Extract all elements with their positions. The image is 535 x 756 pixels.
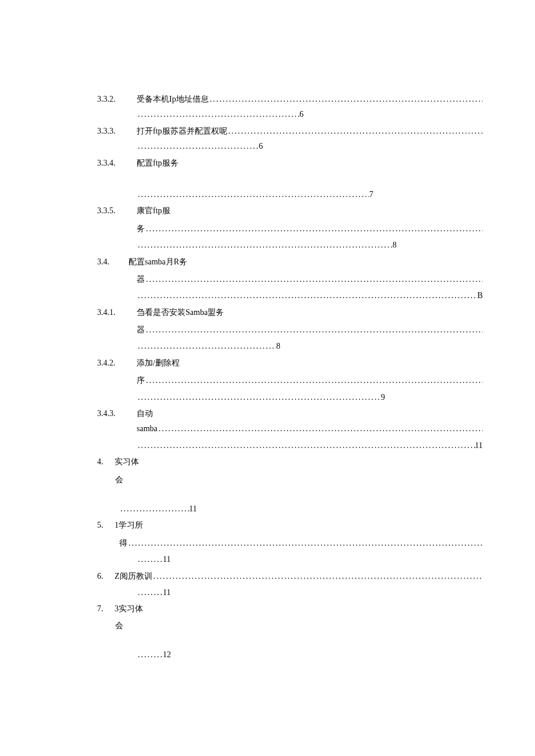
toc-page: 6 (299, 108, 304, 121)
toc-dots (137, 340, 276, 353)
toc-page: 9 (381, 391, 385, 404)
toc-dots (137, 439, 475, 452)
toc-dots (137, 188, 369, 201)
toc-entry-6: 6. Z阅历教训 (55, 570, 483, 583)
toc-title-part2: 会 (55, 619, 483, 632)
toc-title-part2: samba (137, 422, 158, 435)
toc-title-part2: 序 (137, 374, 145, 387)
toc-dots (137, 648, 163, 661)
toc-continuation: 器 (55, 273, 483, 286)
toc-entry-342: 3.4.2. 添加/删除程 (55, 357, 483, 370)
toc-page: 11 (189, 503, 197, 515)
toc-continuation: 6 (55, 108, 483, 121)
toc-title: 1学习所 (115, 519, 143, 532)
toc-number: 4. (97, 456, 115, 468)
toc-page: 7 (369, 188, 373, 201)
toc-number: 5. (97, 519, 115, 532)
toc-continuation: 11 (55, 586, 483, 599)
toc-title: 添加/删除程 (137, 357, 180, 370)
toc-entry-343: 3.4.3. 自动 (55, 407, 483, 420)
toc-dots (137, 108, 299, 121)
toc-title: 3实习体 (115, 603, 143, 615)
toc-title: 康官ftp服 (137, 205, 170, 217)
toc-entry-332: 3.3.2. 受备本机Ip地址借息 (55, 93, 483, 106)
toc-title: 配置samba月R务 (129, 256, 187, 268)
toc-dots (145, 324, 483, 336)
toc-dots (137, 140, 259, 153)
toc-title-part2: 器 (137, 273, 145, 286)
toc-dots (127, 537, 483, 550)
toc-title: 刍看是否安装Samba盟务 (137, 306, 224, 319)
toc-page: 11 (163, 553, 170, 566)
toc-continuation: 11 (55, 503, 483, 515)
toc-entry-334: 3.3.4. 配置ftp服务 (55, 157, 483, 170)
toc-title: 打开ftp服苏器并配置权呢 (137, 125, 227, 138)
toc-entry-335: 3.3.5. 康官ftp服 (55, 205, 483, 217)
toc-page: 6 (259, 140, 263, 153)
toc-number: 3.3.4. (55, 157, 137, 170)
toc-entry-34: 3.4. 配置samba月R务 (55, 256, 483, 268)
toc-dots (137, 239, 393, 252)
toc-dots (145, 273, 483, 286)
toc-continuation: 9 (55, 391, 483, 404)
toc-continuation: 器 (55, 324, 483, 336)
toc-continuation: samba (55, 422, 483, 435)
toc-dots (119, 503, 189, 515)
toc-continuation: 11 (55, 553, 483, 566)
toc-dots (137, 289, 477, 302)
toc-continuation: 6 (55, 140, 483, 153)
toc-title: 自动 (137, 407, 153, 420)
toc-entry-4: 4. 实习体 (55, 456, 483, 468)
toc-dots (227, 125, 483, 138)
toc-number: 3.4.2. (55, 357, 137, 370)
toc-dots (152, 570, 483, 583)
toc-dots (137, 553, 163, 566)
toc-page: 8 (276, 340, 280, 353)
toc-page: 8 (393, 239, 397, 252)
toc-number: 3.4.1. (55, 306, 137, 319)
toc-number: 6. (97, 570, 115, 583)
toc-title: 实习体 (115, 456, 139, 468)
toc-page: B (477, 289, 483, 302)
toc-number: 3.3.3. (55, 125, 137, 138)
toc-entry-7: 7. 3实习体 (55, 603, 483, 615)
toc-title: Z阅历教训 (115, 570, 152, 583)
toc-title: 配置ftp服务 (137, 157, 179, 170)
toc-dots (137, 391, 381, 404)
toc-continuation: 7 (55, 188, 483, 201)
toc-page: 11 (475, 439, 483, 452)
toc-dots (158, 422, 483, 435)
toc-continuation: 8 (55, 340, 483, 353)
toc-title-part2: 器 (137, 324, 145, 336)
toc-number: 3.4.3. (55, 407, 137, 420)
toc-dots (145, 374, 483, 387)
toc-number: 3.3.5. (55, 205, 137, 217)
toc-dots (137, 586, 163, 599)
toc-continuation: 序 (55, 374, 483, 387)
toc-page: 11 (163, 586, 170, 599)
toc-title-part2: 得 (119, 537, 127, 550)
toc-dots (145, 223, 483, 235)
toc-continuation: 务 (55, 223, 483, 235)
toc-continuation: 得 (55, 537, 483, 550)
toc-title-part2: 会 (55, 474, 483, 486)
toc-entry-333: 3.3.3. 打开ftp服苏器并配置权呢 (55, 125, 483, 138)
toc-title-part2: 务 (137, 223, 145, 235)
toc-continuation: 8 (55, 239, 483, 252)
toc-continuation: B (55, 289, 483, 302)
toc-number: 3.4. (55, 256, 129, 268)
toc-continuation: 11 (55, 439, 483, 452)
toc-number: 7. (97, 603, 115, 615)
toc-dots (209, 93, 483, 106)
toc-entry-5: 5. 1学习所 (55, 519, 483, 532)
toc-entry-341: 3.4.1. 刍看是否安装Samba盟务 (55, 306, 483, 319)
toc-title: 受备本机Ip地址借息 (137, 93, 209, 106)
toc-number: 3.3.2. (55, 93, 137, 106)
toc-page: 12 (163, 648, 171, 661)
toc-continuation: 12 (55, 648, 483, 661)
